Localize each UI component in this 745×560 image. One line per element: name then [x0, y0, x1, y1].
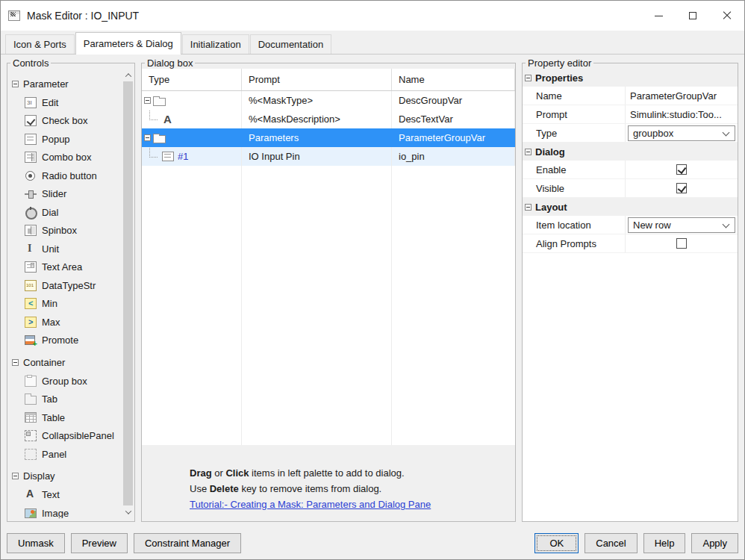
tab-icon-ports[interactable]: Icon & Ports	[5, 34, 75, 54]
controls-scrollbar[interactable]	[122, 69, 134, 517]
item-location-dropdown[interactable]: New row	[628, 217, 735, 233]
palette-item-combo-box[interactable]: Combo box	[12, 149, 122, 167]
palette-item-check-box[interactable]: Check box	[12, 112, 122, 131]
scroll-up-button[interactable]	[122, 69, 134, 81]
property-row-name: Name ParameterGroupVar	[523, 87, 738, 105]
dial-icon	[25, 207, 37, 218]
item-location-value: New row	[633, 220, 671, 231]
section-container[interactable]: Container	[12, 352, 122, 372]
column-header-type[interactable]: Type	[142, 69, 242, 90]
palette-item-text[interactable]: Text	[12, 486, 122, 505]
palette-item-label: Check box	[42, 115, 87, 126]
controls-list: Parameter Edit Check box Popup	[7, 69, 134, 518]
property-label: Prompt	[523, 105, 626, 123]
prompt-value-field[interactable]: Simulink:studio:Too...	[628, 109, 722, 120]
constraint-manager-button[interactable]: Constraint Manager	[134, 533, 241, 553]
text-display-icon	[162, 113, 174, 125]
section-display[interactable]: Display	[12, 467, 122, 486]
palette-item-datatypestr[interactable]: DataTypeStr	[12, 276, 122, 295]
table-empty-area[interactable]	[142, 166, 515, 445]
tree-connector	[149, 110, 158, 120]
help-button[interactable]: Help	[643, 533, 686, 553]
section-label: Display	[23, 470, 55, 482]
visible-checkbox[interactable]	[676, 183, 687, 193]
palette-item-promote[interactable]: Promote	[12, 332, 122, 350]
palette-item-collapsiblepanel[interactable]: CollapsiblePanel	[12, 427, 122, 446]
table-row-io-pin[interactable]: #1 IO Input Pin io_pin	[142, 147, 515, 166]
palette-item-slider[interactable]: Slider	[12, 185, 122, 204]
palette-item-label: Tab	[42, 393, 57, 405]
collapse-expander-icon[interactable]	[12, 81, 19, 87]
section-layout[interactable]: Layout	[523, 198, 738, 216]
palette-item-radio-button[interactable]: Radio button	[12, 167, 122, 185]
property-editor-title: Property editor	[526, 57, 593, 69]
unmask-button[interactable]: Unmask	[7, 533, 65, 553]
tab-documentation[interactable]: Documentation	[250, 34, 331, 54]
maximize-button[interactable]	[676, 1, 710, 31]
chevron-down-icon	[723, 220, 730, 228]
palette-item-unit[interactable]: Unit	[12, 240, 122, 258]
controls-panel-title: Controls	[10, 57, 51, 69]
tab-initialization[interactable]: Initialization	[182, 34, 249, 54]
promote-icon	[25, 335, 37, 346]
property-row-enable: Enable	[523, 161, 738, 179]
section-parameter[interactable]: Parameter	[12, 74, 122, 93]
section-dialog[interactable]: Dialog	[523, 143, 738, 161]
palette-item-min[interactable]: Min	[12, 295, 122, 314]
help-line-2: Use Delete key to remove items from dial…	[190, 481, 467, 497]
palette-item-text-area[interactable]: Text Area	[12, 258, 122, 277]
palette-item-tab[interactable]: Tab	[12, 391, 122, 409]
name-value-field[interactable]: ParameterGroupVar	[628, 90, 717, 102]
ok-button[interactable]: OK	[534, 533, 579, 553]
property-row-visible: Visible	[523, 179, 738, 198]
palette-item-edit[interactable]: Edit	[12, 93, 122, 112]
preview-button[interactable]: Preview	[71, 533, 128, 553]
table-row-desctext[interactable]: %<MaskDescription> DescTextVar	[142, 110, 515, 128]
collapse-expander-icon[interactable]	[525, 204, 532, 211]
enable-checkbox[interactable]	[676, 164, 687, 175]
palette-item-panel[interactable]: Panel	[12, 445, 122, 464]
image-icon	[25, 508, 37, 518]
scrollbar-thumb[interactable]	[123, 81, 133, 505]
tutorial-link[interactable]: Tutorial:- Creating a Mask: Parameters a…	[190, 497, 431, 512]
collapse-expander-icon[interactable]	[525, 75, 532, 81]
palette-item-max[interactable]: Max	[12, 313, 122, 332]
palette-item-popup[interactable]: Popup	[12, 130, 122, 149]
palette-item-dial[interactable]: Dial	[12, 203, 122, 222]
palette-item-spinbox[interactable]: Spinbox	[12, 222, 122, 240]
text-icon	[25, 489, 37, 500]
collapse-expander-icon[interactable]	[12, 473, 19, 479]
collapse-expander-icon[interactable]	[12, 359, 19, 366]
column-header-prompt[interactable]: Prompt	[242, 69, 392, 90]
type-dropdown-value: groupbox	[633, 128, 673, 139]
palette-item-image[interactable]: Image	[12, 504, 122, 518]
palette-item-label: Spinbox	[42, 225, 77, 236]
column-header-name[interactable]: Name	[392, 69, 515, 90]
tree-connector	[149, 147, 158, 158]
section-label: Dialog	[535, 146, 565, 158]
palette-item-label: Text	[42, 489, 60, 500]
section-properties[interactable]: Properties	[523, 69, 738, 87]
minimize-button[interactable]	[641, 1, 676, 31]
cancel-button[interactable]: Cancel	[585, 533, 637, 553]
tab-parameters-dialog[interactable]: Parameters & Dialog	[75, 32, 181, 55]
align-prompts-checkbox[interactable]	[676, 238, 687, 249]
row-prompt: Parameters	[242, 128, 392, 147]
spinbox-icon	[25, 225, 37, 236]
table-row-descgroup[interactable]: %<MaskType> DescGroupVar	[142, 91, 515, 110]
scroll-down-button[interactable]	[122, 506, 134, 517]
controls-panel: Controls Parameter Edit Check box	[7, 57, 135, 522]
collapse-expander-icon[interactable]	[144, 134, 151, 141]
type-dropdown[interactable]: groupbox	[628, 125, 735, 141]
collapse-expander-icon[interactable]	[144, 97, 151, 104]
palette-item-group-box[interactable]: Group box	[12, 372, 122, 391]
popup-item-icon	[162, 152, 174, 161]
collapse-expander-icon[interactable]	[525, 149, 532, 155]
palette-item-label: Image	[42, 508, 69, 518]
table-row-parameters-selected[interactable]: Parameters ParameterGroupVar	[142, 128, 515, 147]
palette-item-table[interactable]: Table	[12, 408, 122, 427]
folder-icon	[153, 135, 166, 143]
palette-item-label: Panel	[42, 449, 66, 460]
apply-button[interactable]: Apply	[691, 533, 738, 553]
close-button[interactable]	[710, 1, 744, 31]
